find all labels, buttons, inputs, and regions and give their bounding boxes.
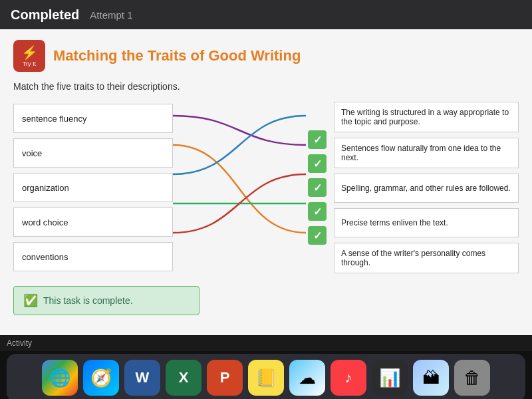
header-row: ⚡ Try It Matching the Traits of Good Wri… [13, 40, 519, 72]
trait-conventions: conventions [13, 242, 173, 271]
checkmarks-column: ✓ ✓ ✓ ✓ ✓ [306, 130, 329, 245]
desc-4: Precise terms enliven the text. [334, 208, 519, 237]
desc-3: Spelling, grammar, and other rules are f… [334, 174, 519, 203]
check-4: ✓ [308, 202, 327, 221]
trait-organization: organization [13, 173, 173, 202]
descriptions-column: The writing is structured in a way appro… [334, 102, 519, 273]
instructions-text: Match the five traits to their descripti… [13, 81, 519, 92]
main-content: ⚡ Try It Matching the Traits of Good Wri… [0, 29, 532, 335]
dock-activity-monitor[interactable]: 📊 [372, 360, 408, 396]
check-2: ✓ [308, 154, 327, 173]
complete-notice-text: This task is complete. [43, 295, 133, 306]
complete-notice: ✅ This task is complete. [13, 286, 200, 315]
dock-notes[interactable]: 📒 [248, 360, 284, 396]
dock-wrapper: 🌐 🧭 W X P 📒 ☁ ♪ 📊 🏔 🗑 [0, 351, 532, 399]
dock-photos[interactable]: 🏔 [413, 360, 449, 396]
dock-icloud[interactable]: ☁ [289, 360, 325, 396]
complete-check-icon: ✅ [23, 293, 38, 308]
trait-voice: voice [13, 138, 173, 168]
desc-5: A sense of the writer's personality come… [334, 243, 519, 273]
page-title: Matching the Traits of Good Writing [53, 47, 301, 65]
dock-word[interactable]: W [124, 360, 160, 396]
dock-powerpoint[interactable]: P [207, 360, 243, 396]
dock-music[interactable]: ♪ [331, 360, 366, 396]
status-attempt-label: Attempt 1 [90, 9, 132, 21]
activity-label: Activity [7, 338, 32, 348]
desc-2: Sentences flow naturally from one idea t… [334, 138, 519, 168]
dock: 🌐 🧭 W X P 📒 ☁ ♪ 📊 🏔 🗑 [7, 354, 525, 399]
desc-1: The writing is structured in a way appro… [334, 102, 519, 132]
bolt-icon: ⚡ [21, 45, 38, 61]
dock-trash[interactable]: 🗑 [454, 360, 490, 396]
dock-safari[interactable]: 🧭 [83, 360, 119, 396]
trait-sentence-fluency: sentence fluency [13, 104, 173, 133]
dock-excel[interactable]: X [166, 360, 201, 396]
check-5: ✓ [308, 226, 327, 245]
activity-bar: Activity [0, 335, 532, 351]
connection-lines-svg [173, 101, 306, 274]
connection-lines-area [173, 101, 306, 274]
trait-word-choice: word choice [13, 207, 173, 237]
status-bar: Completed Attempt 1 [0, 0, 532, 29]
dock-chrome[interactable]: 🌐 [42, 360, 78, 396]
check-1: ✓ [308, 130, 327, 149]
traits-column: sentence fluency voice organization word… [13, 104, 173, 271]
try-it-icon: ⚡ Try It [13, 40, 45, 72]
try-it-label: Try It [23, 61, 36, 67]
status-completed-label: Completed [11, 7, 79, 23]
matching-area: sentence fluency voice organization word… [13, 101, 519, 274]
check-3: ✓ [308, 178, 327, 197]
